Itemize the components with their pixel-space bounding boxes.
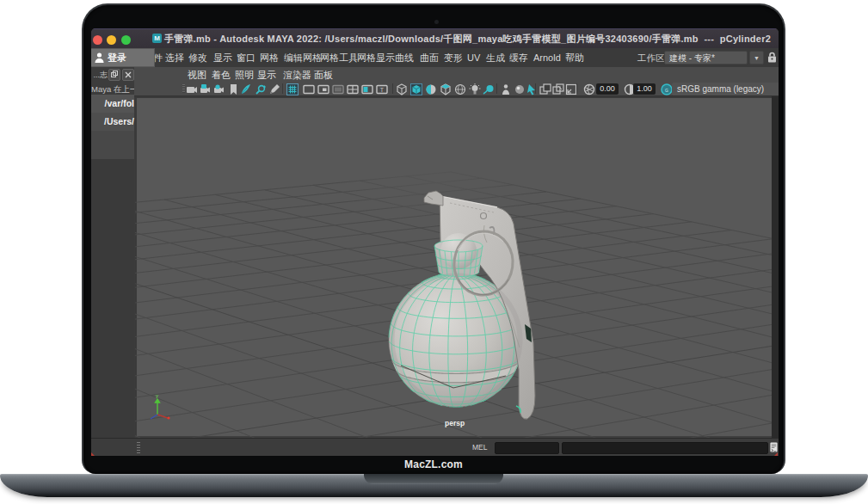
- svg-text:persp: persp: [445, 419, 465, 427]
- svg-text:G: G: [665, 87, 668, 92]
- svg-text:T: T: [380, 87, 385, 93]
- svg-text:y: y: [156, 393, 158, 398]
